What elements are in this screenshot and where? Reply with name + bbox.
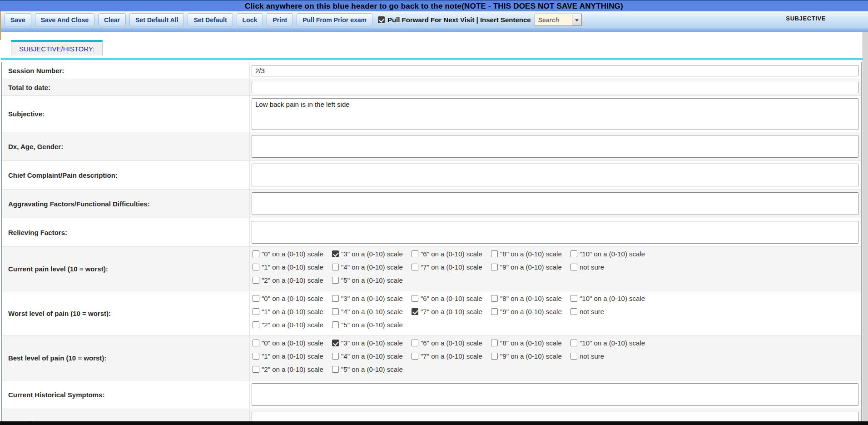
current-pain-level-checkbox-8[interactable] xyxy=(491,250,498,257)
field-label-dx-age-gender: Dx, Age, Gender: xyxy=(2,132,250,160)
tab-subjective-history[interactable]: SUBJECTIVE/HISTORY: xyxy=(11,40,103,55)
worst-pain-level-checkbox-0[interactable] xyxy=(253,295,259,302)
worst-pain-level-checkbox-6[interactable] xyxy=(412,295,418,302)
pain-option-label: "5" on a (0-10) scale xyxy=(341,321,403,329)
chief-complaint-pain-description-textarea[interactable] xyxy=(252,164,858,186)
pain-option-label: "1" on a (0-10) scale xyxy=(262,352,323,360)
best-pain-level-checkbox-6[interactable] xyxy=(412,340,418,346)
lock-button[interactable]: Lock xyxy=(237,13,263,26)
current-pain-level-checkbox-6[interactable] xyxy=(412,250,418,257)
pain-option-label: "3" on a (0-10) scale xyxy=(341,339,403,347)
pain-option-label: "1" on a (0-10) scale xyxy=(262,308,323,315)
worst-pain-level-checkbox-9[interactable] xyxy=(491,308,498,315)
tab-strip: SUBJECTIVE/HISTORY: xyxy=(0,32,868,62)
clear-button[interactable]: Clear xyxy=(98,13,126,26)
current-pain-level-option-2: "2" on a (0-10) scale xyxy=(253,276,332,284)
current-pain-level-checkbox-3[interactable] xyxy=(332,250,339,257)
best-pain-level-checkbox-7[interactable] xyxy=(412,353,418,360)
worst-pain-level-option-4: "4" on a (0-10) scale xyxy=(332,308,412,315)
pain-option-label: "9" on a (0-10) scale xyxy=(500,352,562,360)
current-pain-level-checkbox-9[interactable] xyxy=(491,264,498,270)
pain-option-label: "0" on a (0-10) scale xyxy=(262,250,323,258)
best-pain-level-checkbox-9[interactable] xyxy=(491,353,498,360)
worst-pain-level-checkbox-not-sure[interactable] xyxy=(570,308,577,315)
field-label-session-number: Session Number: xyxy=(2,62,250,79)
form-row-session-number: Session Number: xyxy=(2,62,861,79)
pain-option-label: "2" on a (0-10) scale xyxy=(262,321,323,329)
search-input[interactable] xyxy=(535,14,572,26)
best-pain-level-option-0: "0" on a (0-10) scale xyxy=(253,339,332,347)
best-pain-level-option-6: "6" on a (0-10) scale xyxy=(412,339,491,347)
session-number-input[interactable] xyxy=(252,65,858,76)
current-pain-level-line-3: "2" on a (0-10) scale"5" on a (0-10) sca… xyxy=(252,276,858,290)
form-row-relieving-factors: Relieving Factors: xyxy=(2,218,861,247)
field-label-relieving-factors: Relieving Factors: xyxy=(2,218,250,246)
pain-option-label: "9" on a (0-10) scale xyxy=(500,308,562,315)
worst-pain-level-option-10: "10" on a (0-10) scale xyxy=(570,295,650,302)
aggravating-factors-functional-difficulties-textarea[interactable] xyxy=(252,192,858,215)
current-pain-level-checkbox-1[interactable] xyxy=(253,264,259,270)
best-pain-level-checkbox-5[interactable] xyxy=(332,366,339,373)
worst-pain-level-checkbox-8[interactable] xyxy=(491,295,498,302)
best-pain-level-checkbox-not-sure[interactable] xyxy=(570,353,577,360)
current-pain-level-checkbox-7[interactable] xyxy=(412,264,418,270)
best-pain-level-option-2: "2" on a (0-10) scale xyxy=(253,365,332,373)
current-pain-level-checkbox-4[interactable] xyxy=(332,264,339,270)
current-pain-level-checkbox-2[interactable] xyxy=(253,277,259,284)
best-pain-level-checkbox-4[interactable] xyxy=(332,353,339,360)
field-dx-age-gender xyxy=(250,132,861,160)
subjective-form: Session Number:Total to date:Subjective:… xyxy=(1,62,862,425)
best-pain-level-checkbox-3[interactable] xyxy=(332,340,339,346)
dx-age-gender-textarea[interactable] xyxy=(252,135,858,158)
field-worst-pain-level: "0" on a (0-10) scale"3" on a (0-10) sca… xyxy=(250,291,861,335)
form-row-dx-age-gender: Dx, Age, Gender: xyxy=(2,132,861,161)
pain-option-label: "8" on a (0-10) scale xyxy=(500,250,562,258)
pull-from-prior-exam-button[interactable]: Pull From Prior exam xyxy=(297,13,372,26)
form-row-subjective: Subjective:Low back pain is in the left … xyxy=(2,96,861,132)
field-label-aggravating-factors-functional-difficulties: Aggravating Factors/Functional Difficult… xyxy=(2,190,250,218)
relieving-factors-textarea[interactable] xyxy=(252,221,858,244)
search-dropdown-button[interactable] xyxy=(572,14,582,26)
current-historical-symptoms-textarea[interactable] xyxy=(252,383,858,406)
best-pain-level-checkbox-2[interactable] xyxy=(253,366,259,373)
worst-pain-level-checkbox-5[interactable] xyxy=(332,321,339,328)
current-pain-level-line-1: "0" on a (0-10) scale"3" on a (0-10) sca… xyxy=(252,250,858,263)
pull-forward-checkbox[interactable] xyxy=(378,16,385,23)
worst-pain-level-checkbox-1[interactable] xyxy=(253,308,259,315)
worst-pain-level-checkbox-3[interactable] xyxy=(332,295,339,302)
subjective-textarea[interactable]: Low back pain is in the left side xyxy=(252,98,858,130)
current-pain-level-checkbox-0[interactable] xyxy=(253,250,259,257)
worst-pain-level-checkbox-7[interactable] xyxy=(412,308,418,315)
print-button[interactable]: Print xyxy=(267,13,293,26)
field-label-best-pain-level: Best level of pain (10 = worst): xyxy=(2,336,250,380)
form-row-total-to-date: Total to date: xyxy=(2,79,861,96)
current-pain-level-checkbox-not-sure[interactable] xyxy=(570,264,577,270)
best-pain-level-checkbox-8[interactable] xyxy=(491,340,498,346)
total-to-date-input[interactable] xyxy=(252,82,858,93)
set-default-all-button[interactable]: Set Default All xyxy=(129,13,184,26)
pain-option-label: "6" on a (0-10) scale xyxy=(421,250,482,258)
best-pain-level-checkbox-0[interactable] xyxy=(253,340,259,346)
pain-option-label: "5" on a (0-10) scale xyxy=(341,276,403,284)
best-pain-level-checkbox-10[interactable] xyxy=(570,340,577,346)
worst-pain-level-checkbox-4[interactable] xyxy=(332,308,339,315)
set-default-button[interactable]: Set Default xyxy=(188,13,233,26)
pain-option-label: "8" on a (0-10) scale xyxy=(500,295,562,302)
worst-pain-level-option-3: "3" on a (0-10) scale xyxy=(332,295,412,302)
pain-option-label: not sure xyxy=(580,308,604,315)
current-pain-level-checkbox-10[interactable] xyxy=(570,250,577,257)
vertical-scrollbar[interactable] xyxy=(863,32,868,425)
field-current-pain-level: "0" on a (0-10) scale"3" on a (0-10) sca… xyxy=(250,247,861,291)
current-pain-level-option-4: "4" on a (0-10) scale xyxy=(332,263,412,271)
pain-option-label: not sure xyxy=(580,263,604,271)
back-to-note-header[interactable]: Click anywhere on this blue header to go… xyxy=(0,0,868,11)
best-pain-level-option-5: "5" on a (0-10) scale xyxy=(332,365,412,373)
current-pain-level-checkbox-5[interactable] xyxy=(332,277,339,284)
worst-pain-level-option-7: "7" on a (0-10) scale xyxy=(412,308,491,315)
save-button[interactable]: Save xyxy=(5,13,31,26)
worst-pain-level-checkbox-10[interactable] xyxy=(570,295,577,302)
pain-option-label: "2" on a (0-10) scale xyxy=(262,365,323,373)
best-pain-level-checkbox-1[interactable] xyxy=(253,353,259,360)
worst-pain-level-checkbox-2[interactable] xyxy=(253,321,259,328)
save-and-close-button[interactable]: Save And Close xyxy=(35,13,94,26)
